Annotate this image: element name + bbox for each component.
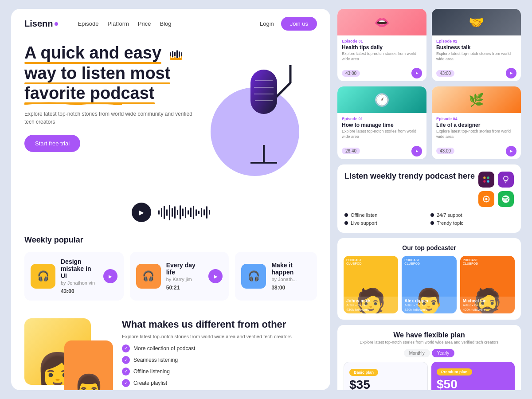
join-button[interactable]: Join us [281,17,317,31]
start-trial-button[interactable]: Start free trial [24,135,80,152]
waveform [158,203,210,221]
hero-title-line1: A quick and easy [24,43,161,62]
episode-card-top-0: 👄 Episode 01 Health tips daily Explore l… [337,9,426,81]
toggle-yearly-button[interactable]: Yearly [432,349,454,357]
podcast-card-2: 🎧 Make it happen by Jonath... 38:00 [235,252,317,301]
podcast-play-1[interactable] [208,269,223,283]
nav-platform[interactable]: Platform [107,20,129,27]
episode-tag-1: Episode 01 [342,117,422,121]
episode-time-top-1: 43:00 [436,70,454,77]
feature-item-2: ✓ Offline listening [122,368,317,376]
episode-desc-top-1: Explore latest top-notch stories from wo… [436,51,516,62]
podcaster-label-0: PODCASTCLUBPOD [346,258,362,266]
podcaster-card-2: PODCASTCLUBPOD 🧔 Micheal sin Artist • Ge… [460,256,515,313]
episode-time-1: 26:40 [342,148,360,154]
episode-play-top-0[interactable] [411,68,422,78]
podcast-info-1: Every day life by Karry jim 50:21 [166,262,203,291]
podcast-play-0[interactable] [103,269,117,283]
left-panel: Lisenn Episode Platform Price Blog Login… [11,9,330,390]
podcaster-name-0: Johny mick [346,298,395,303]
episode-time-top-0: 43:00 [342,70,360,77]
episode-play-1[interactable] [411,146,422,156]
listen-header: Listen weekly trendy podcast here [344,172,514,207]
podcast-info-0: Design mistake in UI by Jonathon vin 43:… [61,258,98,294]
top-episodes: 👄 Episode 01 Health tips daily Explore l… [337,9,521,81]
podcast-name-2: Make it happen [271,262,311,276]
episode-tag-top-0: Episode 01 [342,39,422,43]
listen-feature-text-1: 24/7 suppot [437,212,462,218]
nav-links: Episode Platform Price Blog [78,20,171,27]
podcast-duration-0: 43:00 [61,288,98,294]
features-subtitle: Explore latest top-notch stories from wo… [122,334,317,339]
episode-play-top-1[interactable] [506,68,516,78]
episode-title-2: Life of a designer [436,122,516,128]
svg-rect-9 [483,176,485,179]
episode-footer-1: 26:40 [337,143,426,159]
podcast-duration-1: 50:21 [166,285,203,291]
toggle-monthly-button[interactable]: Monthly [404,349,430,357]
weekly-section-title: Weekly popular [24,235,317,245]
feature-item-0: ✓ More collection of podcast [122,344,317,352]
podcast-cards: 🎧 Design mistake in UI by Jonathon vin 4… [24,252,317,301]
podcast-card-0: 🎧 Design mistake in UI by Jonathon vin 4… [24,252,124,301]
episode-desc-2: Explore latest top-notch stories from wo… [436,129,516,139]
podcaster-role-0: Artist • Genre [346,303,395,307]
svg-point-14 [485,198,488,200]
listen-feature-2: Live support [344,220,428,226]
spotify-icon[interactable] [498,191,514,207]
features-col: What makes us different from other Explo… [122,318,317,390]
weekly-popular-section: Weekly popular 🎧 Design mistake in UI by… [11,227,330,309]
podcaster-info-1: Alex dipper Artist • Genre 320k follower… [402,297,456,313]
podcast-duration-2: 38:00 [271,285,311,291]
episode-title-1: How to manage time [342,122,422,128]
episode-body-top-0: Episode 01 Health tips daily Explore lat… [337,35,426,65]
svg-rect-11 [483,180,485,182]
podcaster-role-1: Artist • Genre [404,303,454,307]
podcaster-info-2: Micheal sin Artist • Genre 400k follower… [460,297,515,313]
podcast-info-2: Make it happen by Jonath... 38:00 [271,262,311,291]
podcaster-label-2: PODCASTCLUBPOD [463,258,478,266]
nav-blog[interactable]: Blog [160,20,171,27]
episode-body-top-1: Episode 02 Business talk Explore latest … [432,35,521,65]
player-bar [11,198,330,227]
login-button[interactable]: Login [260,20,274,27]
listen-section: Listen weekly trendy podcast here [337,164,521,233]
nav-right: Login Join us [260,17,317,31]
podcast-name-1: Every day life [166,262,203,276]
slack-icon[interactable] [478,172,494,188]
podcasts-icon[interactable] [498,172,514,188]
pricing-header: We have flexible plan Explore latest top… [344,331,515,344]
episode-tag-top-1: Episode 02 [436,39,516,43]
listen-feature-text-2: Live support [351,220,377,226]
play-button[interactable] [132,203,151,222]
episode-title-top-1: Business talk [436,44,516,51]
podcaster-label-1: PODCASTCLUBPOD [404,258,420,266]
premium-plan-card: Premium plan $50 /yearly Explore latest … [431,362,515,390]
person-image-2: 👨 [64,340,113,390]
episode-thumb-top-0: 👄 [337,9,426,35]
nav-episode[interactable]: Episode [78,20,98,27]
episode-play-2[interactable] [506,146,516,156]
features-list: ✓ More collection of podcast ✓ Seamless … [122,344,317,387]
nav-price[interactable]: Price [138,20,151,27]
listen-dot-1 [430,213,434,217]
episode-footer-top-0: 43:00 [337,65,426,81]
podcaster-followers-1: 320k followers [404,308,454,312]
feature-text-3: Create playlist [133,380,167,386]
feature-item-1: ✓ Seamless listening [122,356,317,364]
episode-body-1: Episode 01 How to manage time Explore la… [337,113,426,143]
episode-footer-top-1: 43:00 [432,65,521,81]
podcast-icon-0: 🎧 [31,264,55,289]
logo-dot [55,22,58,26]
overcast-icon[interactable] [478,191,494,207]
listen-dot-3 [430,221,434,225]
episode-tag-2: Episode 04 [436,117,516,121]
svg-rect-10 [487,176,489,179]
pricing-title: We have flexible plan [344,331,515,339]
logo-text: Lisenn [24,19,53,29]
feature-text-1: Seamless listening [133,357,178,363]
listen-features: Offline listen 24/7 suppot Live support … [344,212,514,226]
platform-icons [478,172,514,207]
pricing-toggle: Monthly Yearly [344,349,515,357]
hero-text: A quick and easy way to listen most favo… [24,43,193,152]
